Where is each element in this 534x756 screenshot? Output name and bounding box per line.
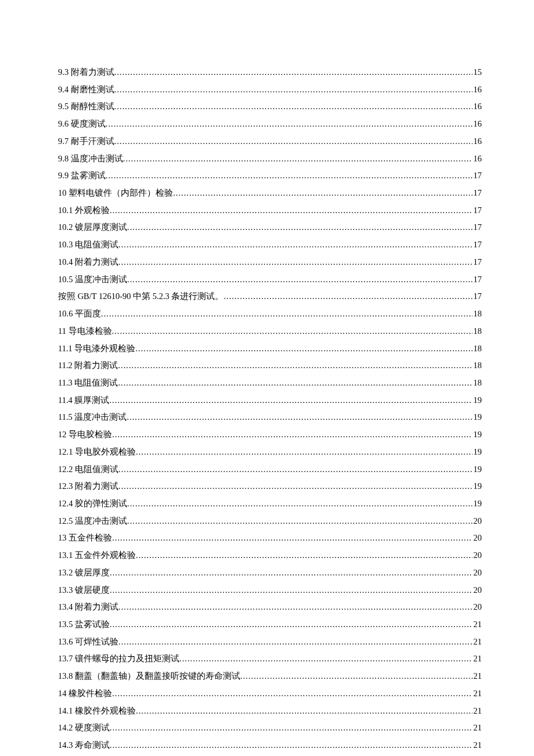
toc-entry: 12 导电胶检验19 [58, 426, 482, 444]
toc-entry-page: 18 [472, 375, 482, 392]
toc-entry-page: 20 [472, 530, 482, 547]
toc-entry-label: 11.2 附着力测试 [58, 357, 118, 375]
toc-entry-page: 16 [472, 116, 482, 133]
toc-entry-label: 12.5 温度冲击测试 [58, 513, 127, 530]
toc-leader-dots [179, 650, 472, 668]
toc-leader-dots [110, 719, 472, 737]
toc-entry-label: 11.1 导电漆外观检验 [58, 340, 135, 358]
toc-entry: 13.4 附着力测试20 [58, 599, 482, 616]
toc-leader-dots [136, 444, 472, 461]
toc-entry-label: 11.4 膜厚测试 [58, 392, 109, 409]
toc-entry: 14.2 硬度测试21 [58, 719, 482, 737]
toc-entry-label: 9.9 盐雾测试 [58, 167, 106, 185]
toc-entry-page: 17 [472, 254, 482, 271]
toc-entry-label: 12.3 附着力测试 [58, 478, 118, 495]
toc-entry-page: 18 [472, 305, 482, 323]
toc-entry-page: 21 [472, 703, 482, 720]
toc-leader-dots [114, 81, 472, 99]
toc-leader-dots [114, 64, 472, 81]
toc-entry-page: 21 [472, 633, 482, 651]
toc-entry-label: 14 橡胶件检验 [58, 685, 112, 703]
toc-entry-page: 17 [472, 288, 482, 305]
toc-entry: 12.5 温度冲击测试20 [58, 513, 482, 530]
toc-entry: 9.3 附着力测试15 [58, 64, 482, 81]
toc-entry: 9.6 硬度测试16 [58, 116, 482, 133]
toc-entry-page: 19 [472, 478, 482, 495]
toc-entry-label: 9.4 耐磨性测试 [58, 81, 114, 99]
toc-leader-dots [127, 409, 472, 426]
toc-entry: 9.5 耐醇性测试16 [58, 98, 482, 116]
toc-leader-dots [106, 167, 472, 185]
toc-entry: 12.4 胶的弹性测试19 [58, 495, 482, 513]
toc-entry: 10.2 镀层厚度测试17 [58, 219, 482, 236]
toc-entry: 13.3 镀层硬度20 [58, 582, 482, 599]
toc-entry: 12.2 电阻值测试19 [58, 461, 482, 478]
toc-entry-page: 20 [472, 547, 482, 564]
toc-entry-label: 11.5 温度冲击测试 [58, 409, 127, 426]
toc-entry: 10.3 电阻值测试17 [58, 236, 482, 254]
toc-entry-page: 16 [472, 133, 482, 150]
toc-entry-page: 17 [472, 271, 482, 289]
toc-entry: 14.3 寿命测试21 [58, 737, 482, 754]
toc-entry-label: 9.8 温度冲击测试 [58, 150, 123, 168]
toc-entry-page: 21 [472, 719, 482, 737]
toc-entry-label: 10.5 温度冲击测试 [58, 271, 127, 289]
document-page: 9.3 附着力测试159.4 耐磨性测试169.5 耐醇性测试169.6 硬度测… [0, 0, 534, 756]
toc-leader-dots [110, 582, 472, 599]
toc-leader-dots [127, 219, 472, 236]
toc-leader-dots [118, 461, 472, 478]
toc-leader-dots [118, 375, 472, 392]
toc-entry: 9.7 耐手汗测试16 [58, 133, 482, 150]
toc-entry-page: 21 [472, 616, 482, 633]
toc-entry-page: 19 [472, 444, 482, 461]
toc-entry-label: 10 塑料电镀件（内部件）检验 [58, 185, 173, 202]
toc-entry: 11.2 附着力测试18 [58, 357, 482, 375]
toc-entry-page: 21 [472, 737, 482, 754]
toc-leader-dots [127, 271, 472, 289]
toc-entry: 9.4 耐磨性测试16 [58, 81, 482, 99]
toc-entry: 9.8 温度冲击测试16 [58, 150, 482, 168]
toc-entry: 10 塑料电镀件（内部件）检验17 [58, 185, 482, 202]
toc-entry: 10.6 平面度18 [58, 305, 482, 323]
toc-entry-label: 9.3 附着力测试 [58, 64, 114, 81]
toc-entry: 按照 GB/T 12610-90 中第 5.2.3 条进行测试。17 [58, 288, 482, 305]
toc-entry: 14 橡胶件检验21 [58, 685, 482, 703]
toc-entry-page: 18 [472, 323, 482, 340]
toc-entry-page: 20 [472, 582, 482, 599]
toc-entry-page: 16 [472, 98, 482, 116]
toc-leader-dots [114, 133, 472, 150]
toc-entry: 13.8 翻盖（翻盖轴）及翻盖接听按键的寿命测试21 [58, 668, 482, 685]
toc-leader-dots [112, 685, 472, 703]
toc-entry: 13.2 镀层厚度20 [58, 564, 482, 582]
toc-leader-dots [110, 202, 472, 219]
toc-entry-label: 14.1 橡胶件外观检验 [58, 703, 136, 720]
toc-entry-label: 9.7 耐手汗测试 [58, 133, 114, 150]
toc-entry-page: 17 [472, 167, 482, 185]
toc-entry-label: 11 导电漆检验 [58, 323, 112, 340]
toc-entry-label: 10.4 附着力测试 [58, 254, 118, 271]
toc-entry: 12.1 导电胶外观检验19 [58, 444, 482, 461]
toc-entry-page: 20 [472, 513, 482, 530]
toc-entry-page: 21 [472, 668, 482, 685]
toc-leader-dots [240, 668, 472, 685]
toc-entry-page: 18 [472, 357, 482, 375]
toc-leader-dots [118, 633, 472, 651]
toc-leader-dots [118, 599, 472, 616]
table-of-contents: 9.3 附着力测试159.4 耐磨性测试169.5 耐醇性测试169.6 硬度测… [58, 64, 482, 756]
toc-entry-label: 13.3 镀层硬度 [58, 582, 110, 599]
toc-leader-dots [112, 426, 472, 444]
toc-entry-page: 19 [472, 409, 482, 426]
toc-leader-dots [110, 616, 472, 633]
toc-entry-label: 12.2 电阻值测试 [58, 461, 118, 478]
toc-entry: 13.5 盐雾试验21 [58, 616, 482, 633]
toc-entry-label: 11.3 电阻值测试 [58, 375, 118, 392]
toc-entry-page: 16 [472, 150, 482, 168]
toc-leader-dots [173, 185, 472, 202]
toc-entry-page: 17 [472, 219, 482, 236]
toc-entry-label: 13.6 可焊性试验 [58, 633, 118, 651]
toc-leader-dots [112, 323, 472, 340]
toc-entry-page: 21 [472, 685, 482, 703]
toc-entry: 9.9 盐雾测试17 [58, 167, 482, 185]
toc-entry-page: 19 [472, 461, 482, 478]
toc-entry-page: 20 [472, 564, 482, 582]
